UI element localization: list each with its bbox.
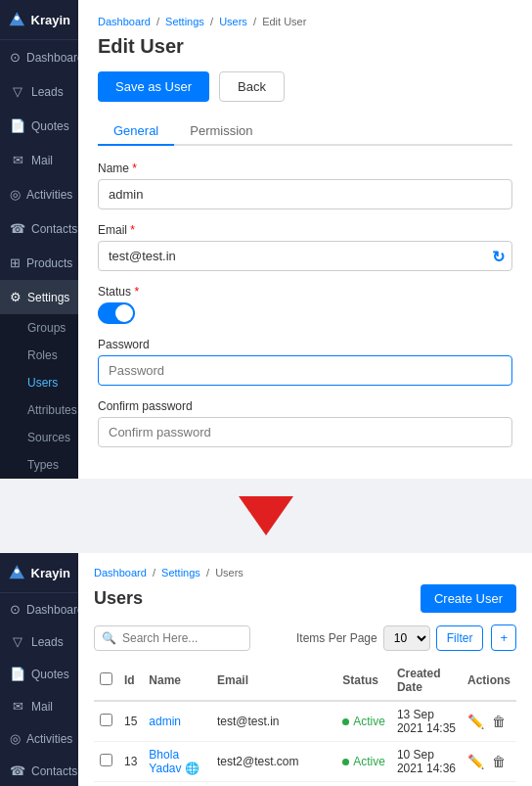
- confirm-password-input[interactable]: [98, 417, 512, 447]
- breadcrumb-dashboard[interactable]: Dashboard: [98, 16, 151, 27]
- status-label: Status *: [98, 285, 512, 299]
- settings-icon-top: ⚙: [10, 290, 22, 304]
- delete-icon[interactable]: 🗑: [492, 714, 506, 729]
- cell-actions: ✏️ 🗑: [462, 742, 516, 782]
- cell-created: 10 Sep 2021 14:36: [391, 742, 462, 782]
- user-name-link[interactable]: admin: [149, 715, 181, 728]
- filter-button[interactable]: Filter: [436, 625, 484, 651]
- edit-user-panel: Dashboard / Settings / Users / Edit User…: [78, 0, 532, 479]
- breadcrumb-bottom-dashboard[interactable]: Dashboard: [94, 567, 147, 578]
- cell-actions: ✏️ 🗑: [462, 782, 516, 787]
- sidebar-label-leads-top: Leads: [31, 85, 64, 99]
- select-all-checkbox[interactable]: [100, 672, 112, 685]
- status-toggle-wrap: [98, 302, 512, 324]
- products-icon-top: ⊞: [10, 255, 21, 270]
- sidebar-label-settings-top: Settings: [27, 291, 69, 304]
- sub-item-groups-top[interactable]: Groups: [0, 314, 78, 342]
- contacts-icon-bottom: ☎: [10, 763, 25, 778]
- toggle-knob: [115, 304, 133, 322]
- sub-item-sources-top[interactable]: Sources: [0, 424, 78, 451]
- cell-actions: ✏️ 🗑: [462, 701, 516, 742]
- logo-bottom: Krayin: [0, 553, 78, 593]
- user-name-link[interactable]: Bhola Yadav 🌐: [149, 748, 199, 775]
- sidebar-item-quotes-bottom[interactable]: 📄 Quotes: [0, 658, 78, 690]
- breadcrumb-settings[interactable]: Settings: [165, 16, 204, 27]
- users-header: Users Create User: [94, 584, 516, 613]
- sidebar-label-mail-top: Mail: [31, 154, 53, 167]
- sidebar-item-dashboard-top[interactable]: ⊙ Dashboard: [0, 40, 78, 74]
- sidebar-item-leads-bottom[interactable]: ▽ Leads: [0, 625, 78, 658]
- breadcrumb-users[interactable]: Users: [219, 16, 247, 27]
- cell-email: test@test.in: [211, 701, 336, 742]
- cell-status: Active: [336, 782, 391, 787]
- sub-item-types-top[interactable]: Types: [0, 451, 78, 479]
- add-column-button[interactable]: +: [491, 624, 516, 651]
- activities-icon-top: ◎: [10, 187, 21, 202]
- leads-icon-bottom: ▽: [10, 634, 25, 649]
- row-checkbox[interactable]: [100, 714, 112, 726]
- search-wrap: 🔍: [94, 625, 250, 651]
- create-user-button[interactable]: Create User: [421, 584, 516, 613]
- quotes-icon-top: 📄: [10, 118, 25, 133]
- sidebar-item-mail-bottom[interactable]: ✉ Mail: [0, 690, 78, 722]
- tab-general[interactable]: General: [98, 117, 174, 146]
- edit-user-tabs: General Permission: [98, 117, 512, 146]
- save-as-user-button[interactable]: Save as User: [98, 71, 209, 102]
- sidebar-label-leads-bottom: Leads: [31, 635, 64, 649]
- sidebar-label-products-top: Products: [26, 256, 72, 270]
- logo-top: Krayin: [0, 0, 78, 40]
- password-group: Password: [98, 338, 512, 386]
- leads-icon-top: ▽: [10, 84, 25, 99]
- cell-name: Bhola Yadav 🌐: [143, 742, 211, 782]
- email-label: Email *: [98, 223, 512, 237]
- sidebar-item-dashboard-bottom[interactable]: ⊙ Dashboard: [0, 593, 78, 625]
- cell-id: 13: [118, 742, 143, 782]
- edit-icon[interactable]: ✏️: [467, 754, 484, 769]
- sidebar-top: Krayin ⊙ Dashboard ▽ Leads 📄 Quotes ✉ Ma…: [0, 0, 78, 479]
- logo-icon-bottom: [8, 563, 26, 582]
- email-input[interactable]: [98, 241, 512, 271]
- edit-user-actions: Save as User Back: [98, 71, 512, 102]
- status-toggle[interactable]: [98, 302, 135, 324]
- table-row: 13 Bhola Yadav 🌐 test2@test.com Active 1…: [94, 742, 516, 782]
- sidebar-item-leads-top[interactable]: ▽ Leads: [0, 74, 78, 109]
- password-input[interactable]: [98, 355, 512, 386]
- confirm-password-label: Confirm password: [98, 399, 512, 413]
- sub-item-roles-top[interactable]: Roles: [0, 342, 78, 369]
- name-label: Name *: [98, 162, 512, 175]
- email-wrap: ↻: [98, 241, 512, 271]
- quotes-icon-bottom: 📄: [10, 667, 25, 681]
- settings-sub-items-top: Groups Roles Users Attributes Sources Ty…: [0, 314, 78, 479]
- sidebar-item-mail-top[interactable]: ✉ Mail: [0, 143, 78, 177]
- sidebar-item-activities-top[interactable]: ◎ Activities: [0, 177, 78, 211]
- sub-item-attributes-top[interactable]: Attributes: [0, 396, 78, 424]
- sidebar-item-quotes-top[interactable]: 📄 Quotes: [0, 109, 78, 143]
- tab-permission[interactable]: Permission: [174, 117, 268, 144]
- col-actions: Actions: [462, 661, 516, 701]
- back-button[interactable]: Back: [219, 71, 285, 102]
- breadcrumb-bottom-settings[interactable]: Settings: [161, 567, 200, 578]
- contacts-icon-top: ☎: [10, 221, 25, 236]
- sidebar-item-settings-top[interactable]: ⚙ Settings: [0, 280, 78, 314]
- name-input[interactable]: [98, 179, 512, 209]
- items-per-page-select[interactable]: 10 25 50: [383, 625, 430, 651]
- sidebar-label-dashboard-bottom: Dashboard: [26, 603, 84, 617]
- sub-item-users-top[interactable]: Users: [0, 369, 78, 396]
- sidebar-item-contacts-top[interactable]: ☎ Contacts: [0, 211, 78, 246]
- users-table: Id Name Email Status Created Date Action…: [94, 661, 516, 786]
- email-group: Email * ↻: [98, 223, 512, 271]
- row-checkbox[interactable]: [100, 754, 112, 766]
- page-title-edit-user: Edit User: [98, 35, 512, 58]
- search-input[interactable]: [94, 625, 250, 651]
- sidebar-item-products-top[interactable]: ⊞ Products: [0, 246, 78, 280]
- delete-icon[interactable]: 🗑: [492, 754, 506, 769]
- app-name-top: Krayin: [31, 13, 70, 27]
- refresh-icon[interactable]: ↻: [492, 247, 505, 265]
- cell-created: 07 Sep 2021 15:49: [391, 782, 462, 787]
- sidebar-item-contacts-bottom[interactable]: ☎ Contacts: [0, 755, 78, 786]
- edit-icon[interactable]: ✏️: [467, 714, 484, 729]
- sidebar-item-activities-bottom[interactable]: ◎ Activities: [0, 722, 78, 755]
- cell-id: 15: [118, 701, 143, 742]
- cell-status: Active: [336, 742, 391, 782]
- sidebar-label-contacts-top: Contacts: [31, 222, 77, 236]
